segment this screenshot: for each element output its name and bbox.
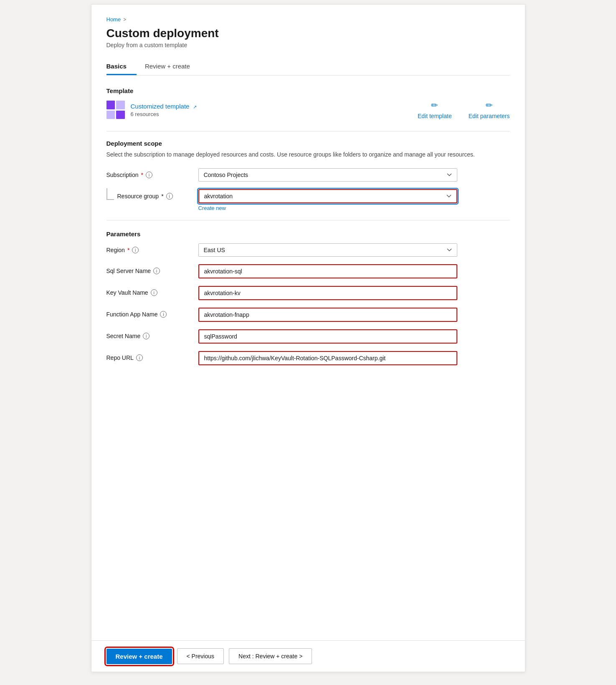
icon-cell-4 [116,111,125,119]
edit-parameters-icon: ✏ [486,100,493,110]
secret-name-field [198,329,457,344]
previous-button[interactable]: < Previous [177,648,224,664]
resource-group-indent: Resource group * i [106,189,198,200]
resource-group-wrapper: Resource group * i akvrotation Create ne… [106,189,510,212]
icon-cell-2 [116,101,125,109]
region-row: Region * i East US [106,243,510,257]
subscription-required: * [141,172,143,178]
key-vault-label: Key Vault Name i [106,286,198,296]
sql-server-info-icon[interactable]: i [153,268,160,274]
sql-server-input[interactable] [198,264,457,278]
tabs-container: Basics Review + create [106,58,510,76]
template-icon [106,101,125,119]
template-section-heading: Template [106,87,510,94]
repo-url-info-icon[interactable]: i [136,354,143,361]
divider-1 [106,131,510,131]
function-app-row: Function App Name i [106,308,510,322]
edit-parameters-label: Edit parameters [469,113,510,119]
deployment-scope-description: Select the subscription to manage deploy… [106,150,510,159]
sql-server-label: Sql Server Name i [106,264,198,274]
resource-group-select[interactable]: akvrotation [198,189,457,203]
function-app-label: Function App Name i [106,308,198,318]
region-field: East US [198,243,457,257]
subscription-info-icon[interactable]: i [146,172,152,178]
subscription-row: Subscription * i Contoso Projects [106,168,510,182]
key-vault-input[interactable] [198,286,457,300]
resource-group-required: * [161,193,163,200]
template-actions: ✏ Edit template ✏ Edit parameters [418,100,510,119]
edit-template-label: Edit template [418,113,452,119]
region-required: * [127,247,129,253]
repo-url-field [198,351,457,365]
page-container: Home > Custom deployment Deploy from a c… [91,4,525,672]
parameters-section: Parameters Region * i East US Sql Server… [106,230,510,365]
template-link[interactable]: Customized template [131,103,190,110]
secret-name-input[interactable] [198,329,457,344]
template-resources: 6 resources [131,111,197,117]
subscription-field: Contoso Projects [198,168,457,182]
resource-group-info-icon[interactable]: i [166,193,173,200]
breadcrumb-separator: > [123,17,126,23]
breadcrumb: Home > [106,16,510,23]
next-button[interactable]: Next : Review + create > [229,648,312,664]
breadcrumb-home[interactable]: Home [106,16,121,23]
region-info-icon[interactable]: i [132,247,139,253]
footer-bar: Review + create < Previous Next : Review… [91,640,525,672]
repo-url-input[interactable] [198,351,457,365]
region-label: Region * i [106,243,198,253]
edit-parameters-button[interactable]: ✏ Edit parameters [469,100,510,119]
repo-url-label: Repo URL i [106,351,198,361]
secret-name-label: Secret Name i [106,329,198,339]
subscription-label: Subscription * i [106,168,198,178]
template-text: Customized template ↗ 6 resources [131,103,197,117]
icon-cell-3 [106,111,115,119]
template-row: Customized template ↗ 6 resources ✏ Edit… [106,100,510,119]
tab-basics[interactable]: Basics [106,58,137,75]
indent-line [106,188,114,200]
icon-cell-1 [106,101,115,109]
key-vault-field [198,286,457,300]
function-app-info-icon[interactable]: i [160,311,167,318]
deployment-scope-heading: Deployment scope [106,140,510,147]
parameters-heading: Parameters [106,230,510,238]
secret-name-info-icon[interactable]: i [143,333,150,339]
function-app-input[interactable] [198,308,457,322]
tab-review-create[interactable]: Review + create [145,58,200,75]
template-info: Customized template ↗ 6 resources [106,101,197,119]
repo-url-row: Repo URL i [106,351,510,365]
secret-name-row: Secret Name i [106,329,510,344]
divider-2 [106,220,510,220]
create-new-link[interactable]: Create new [198,205,226,211]
key-vault-info-icon[interactable]: i [151,289,157,296]
review-create-button[interactable]: Review + create [106,649,172,664]
sql-server-row: Sql Server Name i [106,264,510,278]
page-title: Custom deployment [106,27,510,40]
resource-group-label: Resource group * i [117,193,173,200]
main-content: Home > Custom deployment Deploy from a c… [91,5,525,640]
edit-template-icon: ✏ [431,100,438,110]
external-link-icon: ↗ [193,104,197,109]
resource-group-field-wrap: akvrotation Create new [198,189,457,212]
function-app-field [198,308,457,322]
key-vault-row: Key Vault Name i [106,286,510,300]
region-select[interactable]: East US [198,243,457,257]
subscription-select[interactable]: Contoso Projects [198,168,457,182]
page-subtitle: Deploy from a custom template [106,42,510,48]
edit-template-button[interactable]: ✏ Edit template [418,100,452,119]
sql-server-field [198,264,457,278]
